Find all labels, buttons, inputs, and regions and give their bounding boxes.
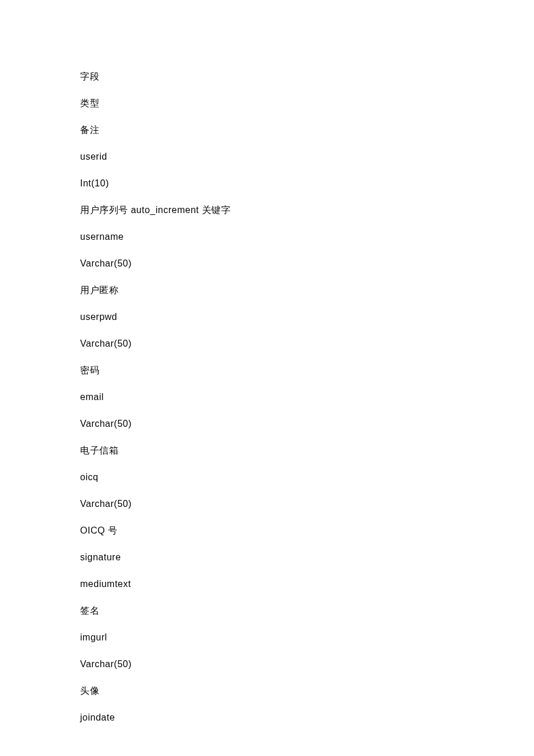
text-line: username xyxy=(80,230,534,244)
text-line: Varchar(50) xyxy=(80,257,534,271)
text-line: OICQ 号 xyxy=(80,524,534,538)
text-line: Varchar(50) xyxy=(80,657,534,671)
text-line: 字段 xyxy=(80,70,534,84)
text-line: 电子信箱 xyxy=(80,444,534,458)
text-line: 类型 xyxy=(80,96,534,110)
text-line: oicq xyxy=(80,470,534,484)
text-line: 用户匿称 xyxy=(80,283,534,297)
text-line: Varchar(50) xyxy=(80,497,534,511)
text-line: Varchar(50) xyxy=(80,417,534,431)
text-line: 用户序列号 auto_increment 关键字 xyxy=(80,203,534,217)
text-line: 备注 xyxy=(80,123,534,137)
text-line: userpwd xyxy=(80,310,534,324)
text-line: userid xyxy=(80,150,534,164)
text-line: joindate xyxy=(80,711,534,725)
text-line: mediumtext xyxy=(80,577,534,591)
text-line: Int(10) xyxy=(80,177,534,190)
text-line: imgurl xyxy=(80,631,534,645)
text-line: 密码 xyxy=(80,363,534,377)
text-line: email xyxy=(80,390,534,404)
text-line: 签名 xyxy=(80,604,534,618)
text-line: signature xyxy=(80,550,534,564)
text-line: Varchar(50) xyxy=(80,337,534,351)
text-line: 头像 xyxy=(80,684,534,698)
